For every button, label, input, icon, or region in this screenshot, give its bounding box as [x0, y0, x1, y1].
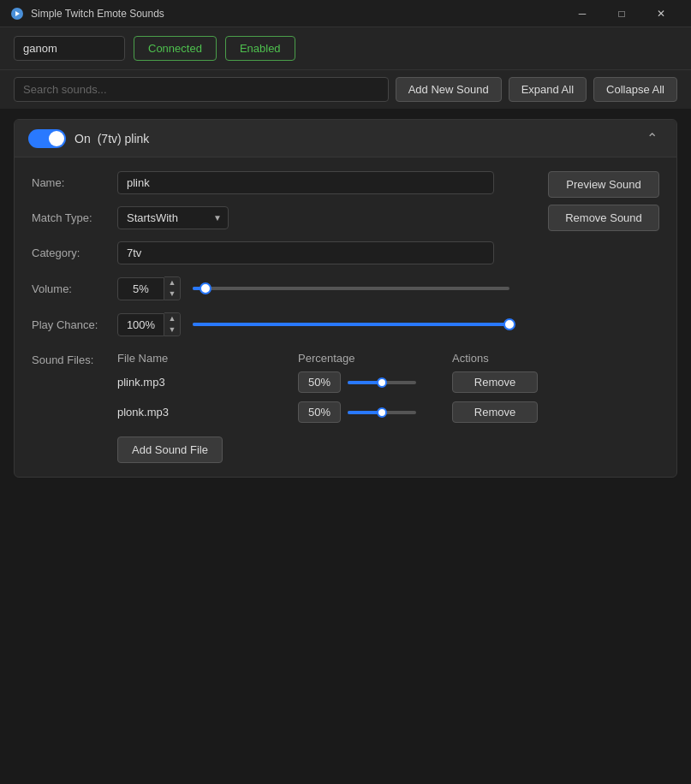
app-title: Simple Twitch Emote Sounds	[31, 8, 563, 20]
remove-file-button-1[interactable]: Remove	[452, 371, 538, 393]
collapse-all-button[interactable]: Collapse All	[593, 77, 677, 102]
file-pct-wrapper-1	[298, 371, 452, 393]
play-chance-input[interactable]	[117, 313, 164, 336]
sound-files-content: File Name Percentage Actions plink.mp3	[117, 348, 538, 463]
volume-label: Volume:	[32, 282, 117, 295]
file-name-1: plink.mp3	[117, 376, 298, 389]
volume-slider-thumb	[200, 282, 211, 294]
search-bar: Add New Sound Expand All Collapse All	[0, 70, 691, 109]
play-chance-row: Play Chance: ▲ ▼	[32, 312, 538, 336]
sound-files-row: Sound Files: File Name Percentage Action…	[32, 348, 538, 463]
toggle-thumb	[49, 131, 64, 146]
volume-slider-track[interactable]	[193, 287, 509, 290]
match-type-select[interactable]: StartsWith Contains Exact EndsWith	[117, 206, 229, 229]
file-name-header: File Name	[117, 352, 298, 365]
sound-card-title: (7tv) plink	[98, 132, 641, 146]
play-chance-slider-fill	[193, 323, 509, 326]
close-button[interactable]: ✕	[641, 0, 681, 27]
username-input[interactable]	[14, 36, 125, 61]
window-controls: ─ □ ✕	[563, 0, 681, 27]
volume-row: Volume: ▲ ▼	[32, 276, 538, 300]
file-pct-input-1[interactable]	[298, 371, 341, 393]
category-row: Category:	[32, 241, 538, 264]
add-new-sound-button[interactable]: Add New Sound	[396, 77, 502, 102]
play-chance-down-button[interactable]: ▼	[164, 324, 180, 336]
file-pct-wrapper-2	[298, 401, 452, 423]
file-pct-thumb-1	[377, 377, 387, 388]
remove-sound-button[interactable]: Remove Sound	[548, 205, 659, 231]
volume-spinner-buttons: ▲ ▼	[164, 276, 181, 300]
name-row: Name:	[32, 171, 538, 194]
volume-down-button[interactable]: ▼	[164, 288, 180, 300]
file-row: plonk.mp3 Remove	[117, 401, 538, 423]
maximize-button[interactable]: □	[602, 0, 641, 27]
match-type-label: Match Type:	[32, 211, 117, 224]
percentage-header: Percentage	[298, 352, 452, 365]
enabled-status: Enabled	[225, 36, 295, 61]
card-body: Name: Match Type: StartsWith Contains Ex…	[15, 157, 676, 477]
match-type-wrapper: StartsWith Contains Exact EndsWith ▼	[117, 206, 229, 229]
files-header: File Name Percentage Actions	[117, 348, 538, 371]
card-header: On (7tv) plink ⌃	[15, 120, 676, 157]
on-label: On	[74, 132, 91, 146]
connected-status: Connected	[134, 36, 217, 61]
expand-all-button[interactable]: Expand All	[509, 77, 587, 102]
main-content: On (7tv) plink ⌃ Name: Match Type:	[0, 109, 691, 488]
form-section: Name: Match Type: StartsWith Contains Ex…	[32, 171, 538, 463]
file-pct-thumb-2	[377, 407, 387, 418]
actions-header: Actions	[452, 352, 538, 365]
play-chance-up-button[interactable]: ▲	[164, 313, 180, 324]
remove-file-button-2[interactable]: Remove	[452, 401, 538, 423]
volume-up-button[interactable]: ▲	[164, 277, 180, 288]
card-content-layout: Name: Match Type: StartsWith Contains Ex…	[32, 171, 659, 463]
category-label: Category:	[32, 246, 117, 259]
toggle-track	[28, 129, 66, 148]
play-chance-label: Play Chance:	[32, 318, 117, 331]
titlebar: Simple Twitch Emote Sounds ─ □ ✕	[0, 0, 691, 27]
file-pct-slider-1[interactable]	[348, 381, 416, 384]
play-chance-spinner-buttons: ▲ ▼	[164, 312, 181, 336]
add-sound-file-button[interactable]: Add Sound File	[117, 437, 223, 463]
file-pct-input-2[interactable]	[298, 401, 341, 423]
collapse-card-button[interactable]: ⌃	[641, 128, 663, 148]
file-pct-slider-2[interactable]	[348, 411, 416, 414]
file-name-2: plonk.mp3	[117, 406, 298, 419]
app-icon	[10, 7, 24, 21]
name-input[interactable]	[117, 171, 494, 194]
sound-files-label: Sound Files:	[32, 348, 117, 366]
search-input[interactable]	[14, 77, 389, 102]
minimize-button[interactable]: ─	[563, 0, 602, 27]
volume-input[interactable]	[117, 277, 164, 300]
category-input[interactable]	[117, 241, 494, 264]
play-chance-spinner: ▲ ▼	[117, 312, 181, 336]
preview-sound-button[interactable]: Preview Sound	[548, 171, 659, 198]
play-chance-slider-thumb	[503, 318, 515, 330]
play-chance-slider-track[interactable]	[193, 323, 509, 326]
volume-spinner: ▲ ▼	[117, 276, 181, 300]
name-label: Name:	[32, 176, 117, 189]
toggle-switch[interactable]	[28, 129, 66, 148]
match-type-row: Match Type: StartsWith Contains Exact En…	[32, 206, 538, 229]
side-buttons: Preview Sound Remove Sound	[548, 171, 659, 231]
top-bar: Connected Enabled	[0, 27, 691, 70]
sound-card: On (7tv) plink ⌃ Name: Match Type:	[14, 119, 677, 478]
file-row: plink.mp3 Remove	[117, 371, 538, 393]
